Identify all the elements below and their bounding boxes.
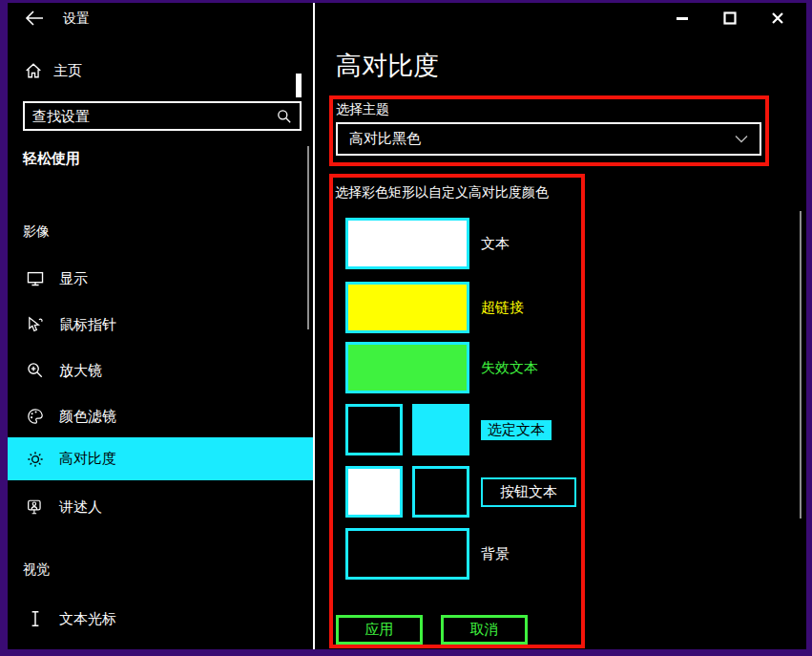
- theme-dropdown-value: 高对比黑色: [349, 130, 735, 148]
- sidebar-item-label: 高对比度: [59, 450, 116, 468]
- main-scrollbar-thumb[interactable]: [800, 211, 802, 518]
- sidebar-item-label: 讲述人: [59, 498, 102, 517]
- sidebar-item-color-filters[interactable]: 颜色滤镜: [8, 400, 313, 433]
- selected-text-bg-swatch[interactable]: [412, 404, 469, 455]
- swatch-label: 失效文本: [481, 359, 538, 377]
- text-color-swatch[interactable]: [345, 218, 469, 269]
- swatch-row-disabled-text: 失效文本: [345, 342, 538, 393]
- background-color-swatch[interactable]: [345, 528, 469, 580]
- sidebar-scrollbar-thumb[interactable]: [296, 74, 302, 97]
- swatch-row-text: 文本: [345, 218, 510, 269]
- colors-section-label: 选择彩色矩形以自定义高对比度颜色: [335, 184, 549, 201]
- hyperlinks-color-swatch[interactable]: [345, 282, 469, 333]
- close-button[interactable]: [769, 10, 786, 27]
- theme-section-label: 选择主题: [336, 101, 389, 118]
- cancel-button[interactable]: 取消: [441, 615, 528, 645]
- sidebar-item-label: 文本光标: [59, 610, 116, 628]
- settings-window: 设置 主页 轻松使用 影像: [0, 0, 812, 656]
- high-contrast-sun-icon: [27, 451, 44, 468]
- theme-dropdown[interactable]: 高对比黑色: [336, 122, 761, 156]
- search-icon[interactable]: [277, 109, 292, 124]
- sidebar-item-magnifier[interactable]: 放大镜: [8, 354, 313, 387]
- search-input[interactable]: [32, 108, 277, 124]
- sidebar-item-text-cursor[interactable]: 文本光标: [8, 603, 313, 635]
- window-controls: [674, 10, 786, 27]
- app-title: 设置: [63, 11, 90, 28]
- minimize-button[interactable]: [674, 10, 691, 27]
- chevron-down-icon: [735, 135, 748, 143]
- magnifier-plus-icon: [27, 362, 44, 379]
- selected-text-sample: 选定文本: [481, 420, 552, 440]
- swatch-label: 背景: [481, 545, 510, 563]
- sidebar-group-label-1: 影像: [23, 223, 50, 241]
- color-filter-icon: [27, 408, 44, 425]
- apply-button[interactable]: 应用: [336, 615, 423, 645]
- main-panel: 高对比度 选择主题 高对比黑色 选择彩色矩形以自定义高对比度颜色 文本 超链接 …: [315, 3, 806, 649]
- sidebar-scrollbar-track-thumb[interactable]: [307, 146, 309, 329]
- swatch-row-background: 背景: [345, 528, 510, 580]
- button-text-fg-swatch[interactable]: [345, 466, 403, 518]
- disabled-text-color-swatch[interactable]: [345, 342, 469, 393]
- page-title: 高对比度: [336, 49, 439, 83]
- sidebar-item-high-contrast[interactable]: 高对比度: [8, 437, 313, 480]
- sidebar-item-label: 显示: [59, 270, 88, 288]
- narrator-icon: [27, 498, 44, 516]
- mouse-pointer-icon: [27, 316, 44, 333]
- text-cursor-icon: [27, 610, 44, 627]
- display-icon: [27, 270, 44, 287]
- swatch-label: 文本: [481, 235, 510, 253]
- maximize-button[interactable]: [721, 10, 739, 27]
- sidebar: 设置 主页 轻松使用 影像: [8, 3, 313, 649]
- sidebar-item-label: 颜色滤镜: [59, 408, 116, 426]
- search-box[interactable]: [23, 101, 302, 131]
- button-text-bg-swatch[interactable]: [412, 466, 469, 518]
- home-label: 主页: [53, 62, 82, 80]
- home-icon: [25, 62, 42, 79]
- selected-text-fg-swatch[interactable]: [345, 404, 403, 455]
- swatch-row-button-text: 按钮文本: [345, 466, 576, 518]
- sidebar-item-display[interactable]: 显示: [8, 263, 313, 295]
- sidebar-item-narrator[interactable]: 讲述人: [8, 491, 313, 523]
- sidebar-group-label-2: 视觉: [23, 561, 50, 579]
- swatch-row-selected-text: 选定文本: [345, 404, 552, 455]
- ease-of-access-heading: 轻松使用: [23, 150, 80, 168]
- sidebar-item-label: 鼠标指针: [59, 316, 116, 334]
- button-text-sample: 按钮文本: [481, 477, 576, 507]
- swatch-label: 超链接: [481, 299, 524, 317]
- sidebar-item-home[interactable]: 主页: [25, 60, 82, 81]
- sidebar-item-label: 放大镜: [59, 362, 102, 380]
- sidebar-item-mouse-pointer[interactable]: 鼠标指针: [8, 308, 313, 341]
- back-button[interactable]: [25, 10, 44, 27]
- swatch-row-hyperlinks: 超链接: [345, 282, 524, 333]
